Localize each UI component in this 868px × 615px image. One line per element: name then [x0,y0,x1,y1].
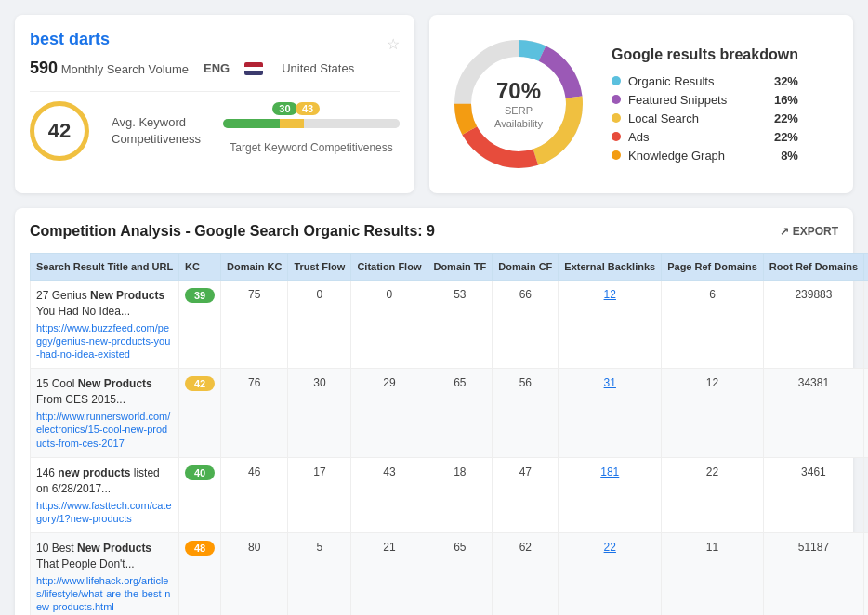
legend-dot [612,95,621,104]
citation_flow-cell: 43 [351,457,427,532]
export-button[interactable]: ↗ EXPORT [780,225,838,238]
competitiveness-circle: 42 [30,101,89,161]
root_ref_domains-cell: 34381 [763,369,863,457]
donut-percentage: 70% [494,78,543,104]
table-column-header: Page Ref Domains [662,254,764,281]
result-url[interactable]: http://www.lifehack.org/articles/lifesty… [36,574,173,614]
indexed_urls-cell: 1375845 [864,281,868,369]
table-column-header: Indexed URLs [864,254,868,281]
domain_cf-cell: 47 [493,457,559,532]
breakdown-legend-section: Google results breakdown Organic Results… [612,46,798,163]
table-column-header: Root Ref Domains [763,254,863,281]
legend-pct: 16% [769,93,798,107]
table-column-header: Search Result Title and URL [31,254,179,281]
result-title: 27 Genius New Products You Had No Idea..… [36,288,173,320]
citation_flow-cell: 29 [351,369,427,457]
competition-title: Competition Analysis - Google Search Org… [30,223,435,240]
result-title-cell: 27 Genius New Products You Had No Idea..… [31,281,179,369]
kc-badge: 42 [185,376,215,391]
page_ref_domains-cell: 22 [662,457,764,532]
backlinks-link[interactable]: 31 [604,376,616,389]
result-title: 15 Cool New Products From CES 2015... [36,376,173,408]
legend-dot [612,150,621,160]
trust_flow-cell: 30 [288,369,351,457]
table-column-header: Citation Flow [351,254,427,281]
result-url[interactable]: https://www.buzzfeed.com/peggy/genius-ne… [36,321,173,361]
legend-pct: 22% [769,130,798,144]
google-breakdown-card: 70% SERPAvailability Google results brea… [429,15,853,193]
result-title-cell: 10 Best New Products That People Don't..… [31,533,179,615]
table-row: 15 Cool New Products From CES 2015... ht… [31,369,869,457]
legend-label: Ads [628,130,649,144]
table-column-header: Domain KC [221,254,288,281]
backlinks-link[interactable]: 22 [604,541,616,554]
kc-badge: 48 [185,541,215,556]
table-row: 146 new products listed on 6/28/2017... … [31,457,869,532]
table-header-row: Search Result Title and URLKCDomain KCTr… [31,254,869,281]
bar-marker-yellow: 43 [296,102,320,115]
domain_kc-cell: 80 [221,533,288,615]
legend-pct: 8% [769,149,798,163]
kc-cell: 39 [179,281,221,369]
legend-item: Local Search 22% [612,111,798,125]
legend-items: Organic Results 32% Featured Snippets 16… [612,74,798,163]
trust_flow-cell: 17 [288,457,351,532]
legend-item: Knowledge Graph 8% [612,149,798,163]
legend-label: Local Search [628,111,699,125]
domain_tf-cell: 53 [427,281,493,369]
competition-card: Competition Analysis - Google Search Org… [15,208,853,615]
domain_kc-cell: 76 [221,369,288,457]
backlinks-link[interactable]: 181 [600,465,619,478]
legend-dot [612,76,621,85]
domain_cf-cell: 56 [493,369,559,457]
table-body: 27 Genius New Products You Had No Idea..… [31,281,869,616]
domain_cf-cell: 62 [493,533,559,615]
result-title-cell: 15 Cool New Products From CES 2015... ht… [31,369,179,457]
bar-yellow [280,119,305,128]
bar-green [223,119,280,128]
competition-table: Search Result Title and URLKCDomain KCTr… [30,253,868,615]
table-row: 10 Best New Products That People Don't..… [31,533,869,615]
legend-label: Organic Results [628,74,714,88]
domain_kc-cell: 75 [221,281,288,369]
external_backlinks-cell: 22 [559,533,662,615]
root_ref_domains-cell: 239883 [763,281,863,369]
result-url[interactable]: http://www.runnersworld.com/electronics/… [36,410,173,450]
table-column-header: Trust Flow [288,254,351,281]
competitiveness-label: Avg. KeywordCompetitiveness [112,114,201,148]
indexed_urls-cell: 281937 [864,369,868,457]
domain_kc-cell: 46 [221,457,288,532]
kc-badge: 39 [185,288,215,303]
page_ref_domains-cell: 12 [662,369,764,457]
bar-marker-green: 30 [272,102,296,115]
table-row: 27 Genius New Products You Had No Idea..… [31,281,869,369]
root_ref_domains-cell: 3461 [763,457,863,532]
donut-subtitle: SERPAvailability [494,104,543,131]
target-kw-label: Target Keyword Competitiveness [223,141,400,154]
search-volume: 590 Monthly Search Volume [30,59,189,78]
keyword-card: best darts ☆ 590 Monthly Search Volume E… [15,15,414,193]
table-column-header: Domain TF [427,254,493,281]
page_ref_domains-cell: 11 [662,533,764,615]
citation_flow-cell: 0 [351,281,427,369]
kc-cell: 48 [179,533,221,615]
legend-dot [612,113,621,123]
domain_tf-cell: 18 [427,457,493,532]
legend-pct: 32% [769,74,798,88]
breakdown-title: Google results breakdown [612,46,798,63]
kc-badge: 40 [185,465,215,480]
result-url[interactable]: https://www.fasttech.com/category/1?new-… [36,499,173,526]
backlinks-link[interactable]: 12 [604,288,616,301]
page_ref_domains-cell: 6 [662,281,764,369]
legend-pct: 22% [769,111,798,125]
external_backlinks-cell: 181 [559,457,662,532]
domain_tf-cell: 65 [427,369,493,457]
indexed_urls-cell: 1313134 [864,457,868,532]
external_backlinks-cell: 31 [559,369,662,457]
kc-cell: 42 [179,369,221,457]
legend-item: Ads 22% [612,130,798,144]
result-title: 10 Best New Products That People Don't..… [36,541,173,572]
star-icon[interactable]: ☆ [387,35,400,53]
citation_flow-cell: 21 [351,533,427,615]
root_ref_domains-cell: 51187 [763,533,863,615]
